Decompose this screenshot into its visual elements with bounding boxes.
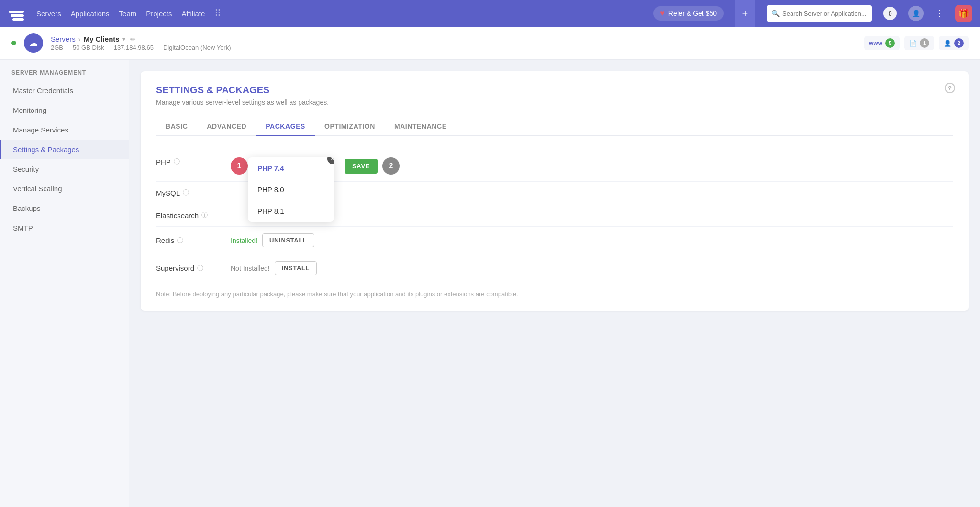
- grid-icon[interactable]: ⠿: [214, 8, 222, 19]
- php-dropdown-menu: ✕ PHP 7.4 PHP 8.0 PHP 8.1: [248, 157, 334, 222]
- search-input[interactable]: [782, 10, 867, 17]
- redis-label: Redis ⓘ: [156, 236, 223, 245]
- tab-maintenance[interactable]: MAINTENANCE: [385, 118, 457, 136]
- top-navigation: Servers Applications Team Projects Affil…: [0, 0, 980, 27]
- mysql-info-icon[interactable]: ⓘ: [183, 188, 189, 197]
- page-subtitle: Manage various server-level settings as …: [156, 99, 953, 106]
- php-controls: 1 ✕ PHP 7.4 PHP 8.0 PHP 8.1 SAVE 2: [231, 157, 400, 175]
- files-badge[interactable]: 📄 1: [904, 36, 934, 50]
- nav-projects[interactable]: Projects: [146, 10, 172, 18]
- more-options-icon[interactable]: ⋮: [935, 8, 944, 19]
- redis-uninstall-button[interactable]: UNINSTALL: [262, 233, 314, 247]
- logo[interactable]: [8, 5, 25, 22]
- avatar[interactable]: 👤: [908, 6, 924, 21]
- php-label: PHP ⓘ: [156, 157, 223, 166]
- svg-rect-0: [9, 11, 24, 13]
- www-icon: www: [869, 40, 882, 46]
- server-ram: 2GB: [51, 44, 63, 51]
- sidebar: Server Management Master Credentials Mon…: [0, 60, 129, 507]
- tab-optimization[interactable]: OPTIMIZATION: [315, 118, 385, 136]
- redis-info-icon[interactable]: ⓘ: [177, 236, 183, 245]
- tab-advanced[interactable]: ADVANCED: [197, 118, 256, 136]
- main-content: SETTINGS & PACKAGES Manage various serve…: [129, 60, 980, 507]
- server-status-dot: [11, 41, 16, 45]
- nav-affiliate[interactable]: Affiliate: [181, 10, 205, 18]
- supervisord-label: Supervisord ⓘ: [156, 264, 223, 273]
- redis-status: Installed!: [231, 237, 257, 244]
- www-count: 5: [885, 38, 895, 48]
- www-badge[interactable]: www 5: [864, 36, 900, 50]
- svg-rect-2: [12, 18, 24, 21]
- supervisord-control: Not Installed! INSTALL: [231, 261, 953, 275]
- server-bar: ☁ Servers › My Clients ▾ ✏ 2GB 50 GB Dis…: [0, 27, 980, 60]
- sidebar-item-backups[interactable]: Backups: [0, 198, 129, 218]
- help-icon[interactable]: ?: [945, 83, 955, 93]
- server-badges: www 5 📄 1 👤 2: [864, 36, 969, 50]
- nav-team[interactable]: Team: [119, 10, 137, 18]
- search-bar: 🔍: [767, 5, 872, 22]
- svg-rect-1: [11, 14, 24, 17]
- supervisord-status: Not Installed!: [231, 265, 270, 272]
- supervisord-row: Supervisord ⓘ Not Installed! INSTALL: [156, 254, 953, 282]
- php-dropdown-wrapper: 1 ✕ PHP 7.4 PHP 8.0 PHP 8.1: [231, 157, 248, 175]
- server-meta: 2GB 50 GB Disk 137.184.98.65 DigitalOcea…: [51, 44, 231, 51]
- sidebar-section-title: Server Management: [0, 69, 129, 81]
- nav-links: Servers Applications Team Projects Affil…: [36, 8, 222, 19]
- users-count: 2: [954, 38, 964, 48]
- search-icon: 🔍: [771, 10, 780, 17]
- server-ip: 137.184.98.65: [114, 44, 154, 51]
- redis-row: Redis ⓘ Installed! UNINSTALL: [156, 227, 953, 254]
- heart-icon: ♥: [660, 9, 665, 18]
- sidebar-item-manage-services[interactable]: Manage Services: [0, 120, 129, 140]
- tab-basic[interactable]: BASIC: [156, 118, 197, 136]
- nav-applications[interactable]: Applications: [71, 10, 110, 18]
- sidebar-item-monitoring[interactable]: Monitoring: [0, 100, 129, 120]
- supervisord-install-button[interactable]: INSTALL: [275, 261, 317, 275]
- edit-icon[interactable]: ✏: [130, 35, 136, 43]
- nav-servers[interactable]: Servers: [36, 10, 61, 18]
- step2-badge: 2: [382, 157, 400, 175]
- redis-control: Installed! UNINSTALL: [231, 233, 953, 247]
- gift-button[interactable]: 🎁: [955, 5, 972, 22]
- tab-packages[interactable]: PACKAGES: [256, 118, 315, 136]
- sidebar-item-smtp[interactable]: SMTP: [0, 218, 129, 238]
- dropdown-arrow-icon[interactable]: ▾: [122, 36, 125, 43]
- sidebar-item-settings-packages[interactable]: Settings & Packages: [0, 140, 129, 159]
- add-button[interactable]: +: [735, 0, 755, 27]
- sidebar-item-master-credentials[interactable]: Master Credentials: [0, 81, 129, 100]
- php-save-button[interactable]: SAVE: [345, 159, 378, 174]
- supervisord-info-icon[interactable]: ⓘ: [197, 264, 203, 273]
- page-title: SETTINGS & PACKAGES: [156, 85, 953, 96]
- php-option-81[interactable]: PHP 8.1: [248, 200, 334, 222]
- refer-button[interactable]: ♥ Refer & Get $50: [653, 6, 724, 21]
- users-badge[interactable]: 👤 2: [939, 36, 969, 50]
- server-provider: DigitalOcean (New York): [163, 44, 231, 51]
- users-icon: 👤: [944, 40, 951, 47]
- php-save-wrapper: SAVE 2: [345, 157, 400, 175]
- notification-badge[interactable]: 0: [883, 7, 897, 20]
- step1-badge: 1: [231, 157, 248, 175]
- server-name: My Clients: [84, 35, 120, 43]
- note-text: Note: Before deploying any particular pa…: [156, 290, 953, 298]
- file-icon: 📄: [909, 40, 917, 47]
- sidebar-item-vertical-scaling[interactable]: Vertical Scaling: [0, 179, 129, 198]
- main-layout: Server Management Master Credentials Mon…: [0, 60, 980, 507]
- php-info-icon[interactable]: ⓘ: [174, 157, 180, 166]
- tabs: BASIC ADVANCED PACKAGES OPTIMIZATION MAI…: [156, 118, 953, 136]
- server-info: Servers › My Clients ▾ ✏ 2GB 50 GB Disk …: [51, 35, 231, 51]
- php-row: PHP ⓘ 1 ✕ PHP 7.4 PHP 8.0 PHP 8.1: [156, 150, 953, 182]
- sidebar-item-security[interactable]: Security: [0, 159, 129, 179]
- breadcrumb-arrow: ›: [78, 35, 81, 43]
- refer-label: Refer & Get $50: [668, 10, 717, 17]
- files-count: 1: [920, 38, 929, 48]
- server-disk: 50 GB Disk: [73, 44, 104, 51]
- server-icon: ☁: [24, 33, 43, 53]
- mysql-label: MySQL ⓘ: [156, 188, 223, 197]
- breadcrumb: Servers › My Clients ▾ ✏: [51, 35, 231, 43]
- php-option-74[interactable]: PHP 7.4: [248, 157, 334, 179]
- breadcrumb-servers[interactable]: Servers: [51, 35, 76, 43]
- php-option-80[interactable]: PHP 8.0: [248, 179, 334, 200]
- elasticsearch-label: Elasticsearch ⓘ: [156, 211, 223, 220]
- settings-card: SETTINGS & PACKAGES Manage various serve…: [141, 71, 969, 311]
- elasticsearch-info-icon[interactable]: ⓘ: [201, 211, 208, 220]
